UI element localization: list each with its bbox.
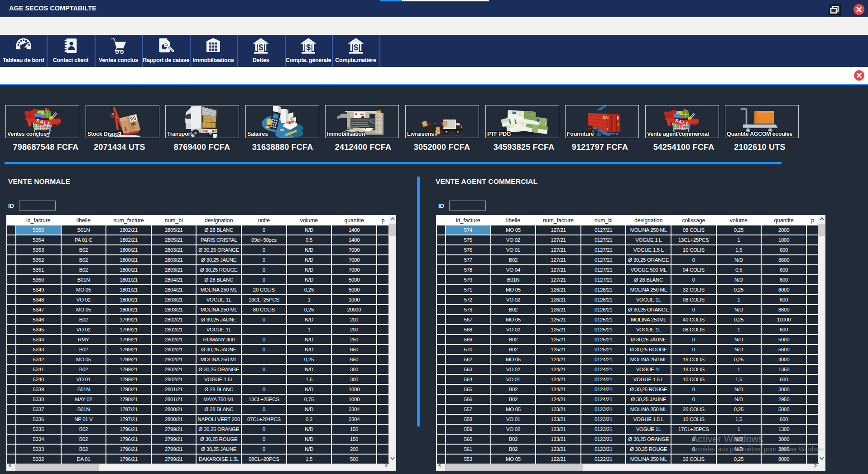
- svg-text:$: $: [354, 43, 358, 52]
- svg-text:CAI: CAI: [603, 115, 609, 120]
- svg-text:$: $: [306, 43, 311, 52]
- svg-text:$: $: [259, 43, 263, 52]
